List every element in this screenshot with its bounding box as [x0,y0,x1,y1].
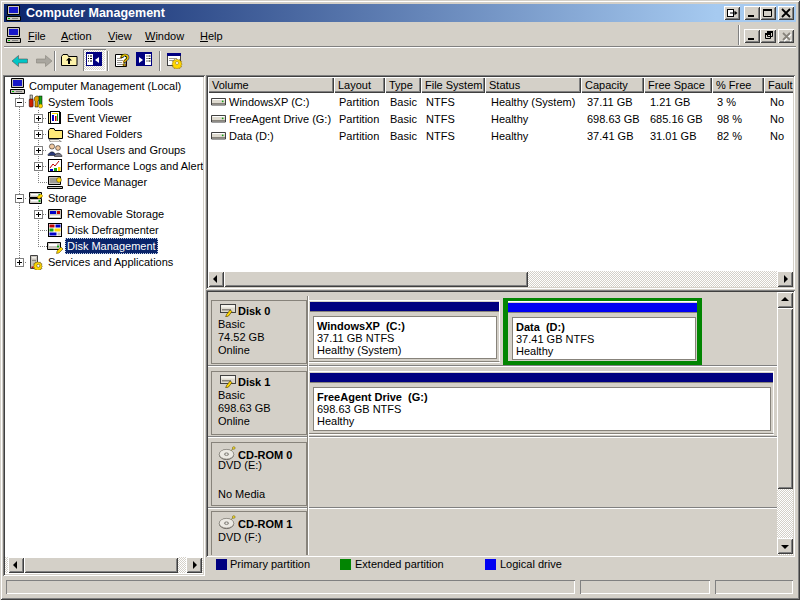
svg-text:?: ? [120,52,130,69]
